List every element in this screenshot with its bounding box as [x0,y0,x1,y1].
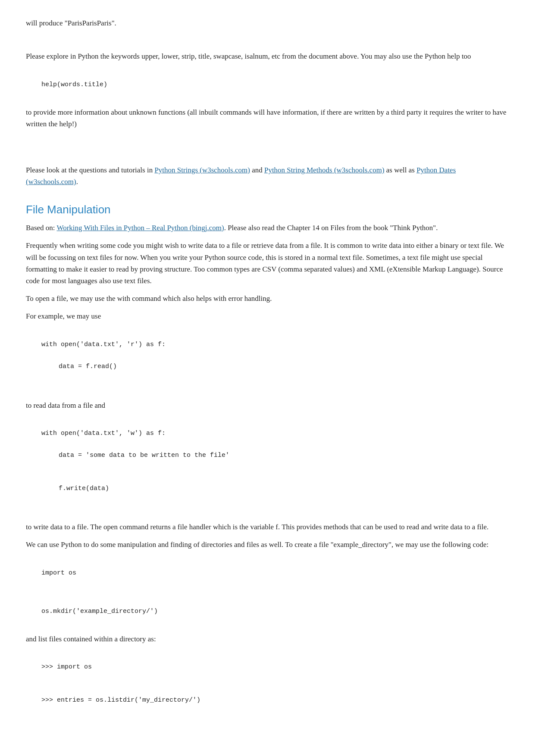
look-text-after: as well as [385,166,417,174]
look-section: Please look at the questions and tutoria… [26,164,509,187]
code4-line1: os.mkdir('example_directory/') [41,608,158,615]
write-code-block: with open('data.txt', 'w') as f: data = … [26,417,509,516]
code5-line2: >>> entries = os.listdir('my_directory/'… [41,697,200,704]
read-code-block: with open('data.txt', 'r') as f: data = … [26,328,509,394]
explore-section: Please explore in Python the keywords up… [26,50,509,130]
import-os-block: import os [26,557,509,590]
frequently-paragraph: Frequently when writing some code you mi… [26,240,509,287]
python-string-methods-link[interactable]: Python String Methods (w3schools.com) [264,166,385,174]
code1-line1: with open('data.txt', 'r') as f: [41,341,166,348]
code1-line2: data = f.read() [26,361,509,372]
code5-line1: >>> import os [41,663,92,671]
we-can-paragraph: We can use Python to do some manipulatio… [26,539,509,550]
explore-text: Please explore in Python the keywords up… [26,50,509,62]
to-read-text: to read data from a file and [26,400,509,411]
working-with-files-link[interactable]: Working With Files in Python – Real Pyth… [56,224,224,232]
look-text-middle: and [250,166,264,174]
based-on-after: . Please also read the Chapter 14 on Fil… [224,224,438,232]
based-on-before: Based on: [26,224,56,232]
will-produce-text: will produce "ParisParisParis". [26,17,509,29]
code3-line1: import os [41,569,76,577]
to-open-paragraph: To open a file, we may use the with comm… [26,293,509,304]
look-paragraph: Please look at the questions and tutoria… [26,164,509,187]
to-write-paragraph: to write data to a file. The open comman… [26,521,509,533]
look-text-before: Please look at the questions and tutoria… [26,166,154,174]
help-code: help(words.title) [41,81,107,88]
file-manipulation-heading: File Manipulation [26,201,509,219]
and-list-text: and list files contained within a direct… [26,633,509,645]
help-code-block: help(words.title) [26,68,509,101]
look-text-end: . [76,178,78,186]
based-on-paragraph: Based on: Working With Files in Python –… [26,222,509,234]
code2-line3: f.write(data) [26,483,509,494]
file-manipulation-section: File Manipulation Based on: Working With… [26,201,509,717]
code2-line2: data = 'some data to be written to the f… [26,450,509,461]
mkdir-block: os.mkdir('example_directory/') [26,595,509,628]
to-provide-text: to provide more information about unknow… [26,106,509,130]
will-produce-section: will produce "ParisParisParis". [26,17,509,29]
for-example-text: For example, we may use [26,310,509,322]
listdir-block: >>> import os >>> entries = os.listdir('… [26,651,509,717]
code2-line1: with open('data.txt', 'w') as f: [41,430,166,437]
python-strings-link[interactable]: Python Strings (w3schools.com) [154,166,250,174]
